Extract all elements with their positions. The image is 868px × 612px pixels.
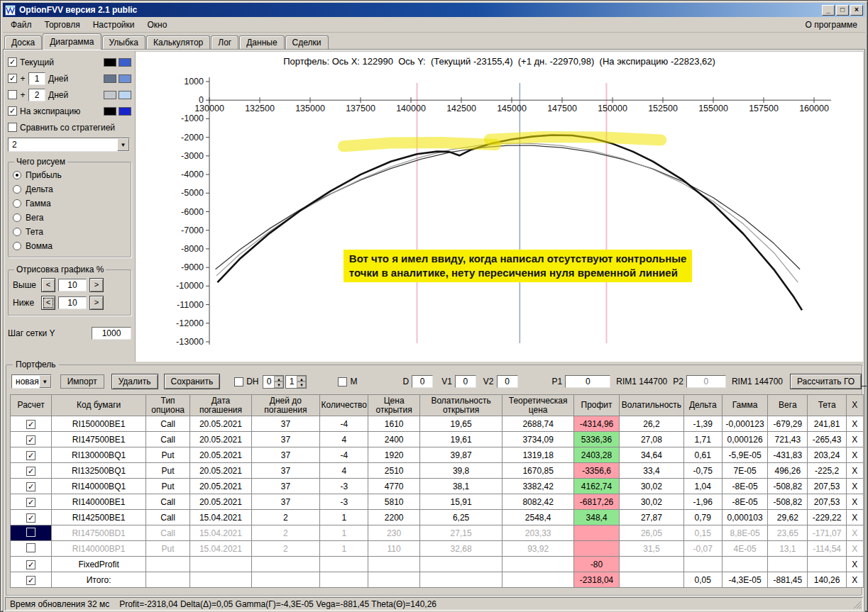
column-header-4[interactable]: Дней до погашения [251,395,319,416]
draw-option-5[interactable]: Вомма [13,239,126,253]
range-decrease-button-1[interactable]: < [41,296,55,310]
row-delete-button[interactable]: X [846,463,863,479]
menu-item-window[interactable]: Окно [141,18,174,32]
column-header-11[interactable]: Дельта [683,395,722,416]
radio-icon-3[interactable] [13,213,21,222]
column-header-9[interactable]: Профит [573,395,619,416]
row-calc-checkbox[interactable]: ✓ [26,482,35,491]
tab-log[interactable]: Лог [211,35,238,49]
color-swatch-1-1[interactable] [119,74,131,83]
resize-grip-icon[interactable] [853,601,862,609]
column-header-7[interactable]: Волатильность открытия [419,395,502,416]
column-header-2[interactable]: Тип опциона [145,395,189,416]
color-swatch-0-0[interactable] [104,58,116,67]
column-header-10[interactable]: Волатильность [620,395,683,416]
menu-item-file[interactable]: Файл [4,18,38,32]
tab-diagram[interactable]: Диаграмма [43,33,101,50]
radio-icon-0[interactable] [13,171,21,179]
row-calc-checkbox[interactable]: ✓ [26,513,35,523]
row-delete-button[interactable]: X [846,510,863,525]
v1-input[interactable] [455,375,476,388]
range-decrease-button-0[interactable]: < [41,278,55,292]
import-button[interactable]: Импорт [60,374,104,389]
draw-option-4[interactable]: Тета [13,225,126,239]
tab-deals[interactable]: Сделки [285,35,329,49]
series-checkbox-0[interactable]: ✓ [8,57,17,67]
maximize-button[interactable]: □ [836,5,849,16]
chevron-down-icon[interactable]: ▼ [39,375,51,388]
row-delete-button[interactable]: X [846,572,863,588]
spin-up-icon[interactable]: ▲ [297,376,306,382]
radio-icon-4[interactable] [13,228,21,236]
row-calc-checkbox[interactable]: ✓ [26,498,35,507]
row-delete-button[interactable]: X [846,416,863,432]
color-swatch-2-0[interactable] [104,91,116,99]
spin-down-icon[interactable]: ▼ [297,382,306,388]
draw-option-0[interactable]: Прибыль [13,168,126,182]
row-calc-checkbox[interactable]: ✓ [26,467,35,476]
series-checkbox-2[interactable] [8,90,17,99]
minimize-button[interactable]: _ [822,5,835,16]
delete-button[interactable]: Удалить [111,374,158,389]
row-delete-button[interactable]: X [846,447,863,463]
column-header-12[interactable]: Гамма [722,395,767,416]
column-header-0[interactable]: Расчет [11,395,52,416]
row-calc-checkbox[interactable] [26,528,35,537]
color-swatch-3-0[interactable] [104,107,116,116]
row-delete-button[interactable]: X [846,432,863,447]
series-checkbox-3[interactable]: ✓ [8,106,17,116]
tab-board[interactable]: Доска [4,35,42,49]
range-increase-button-1[interactable]: > [89,296,104,310]
column-header-13[interactable]: Вега [768,395,808,416]
spin-up-icon[interactable]: ▲ [274,376,283,382]
row-delete-button[interactable]: X [846,479,863,494]
row-calc-checkbox[interactable]: ✓ [26,560,35,569]
grid-step-input[interactable] [92,327,131,340]
column-header-3[interactable]: Дата погашения [190,395,251,416]
row-calc-checkbox[interactable] [26,543,35,552]
tab-data[interactable]: Данные [239,35,284,49]
row-delete-button[interactable]: X [846,525,863,541]
dh-spinner-1[interactable]: 0 ▲▼ [263,375,284,389]
v2-input[interactable] [497,375,518,388]
range-input-1[interactable] [58,296,87,309]
menu-item-settings[interactable]: Настройки [87,18,141,32]
range-input-0[interactable] [58,279,87,291]
close-button[interactable]: × [850,5,863,16]
range-increase-button-0[interactable]: > [89,278,104,292]
row-calc-checkbox[interactable]: ✓ [26,576,35,585]
menu-item-trading[interactable]: Торговля [38,18,87,32]
radio-icon-1[interactable] [13,185,21,194]
d-input[interactable] [412,375,433,388]
row-delete-button[interactable]: X [846,541,863,557]
draw-option-3[interactable]: Вега [13,211,126,225]
dh-checkbox[interactable] [234,377,243,386]
column-header-8[interactable]: Теоретическая цена [502,395,574,416]
calc-go-button[interactable]: Рассчитать ГО [790,374,862,389]
column-header-15[interactable]: X [846,395,863,416]
series-checkbox-1[interactable]: ✓ [8,74,17,83]
draw-option-2[interactable]: Гамма [13,196,126,211]
color-swatch-1-0[interactable] [104,74,116,83]
strategy-select[interactable]: 2 ▼ [8,138,130,152]
p2-input[interactable] [686,375,726,388]
days-input-1[interactable] [28,72,45,85]
column-header-1[interactable]: Код бумаги [52,395,146,416]
row-calc-checkbox[interactable]: ✓ [26,420,35,429]
row-delete-button[interactable]: X [846,557,863,572]
color-swatch-2-1[interactable] [119,91,131,99]
row-calc-checkbox[interactable]: ✓ [26,435,35,445]
p1-input[interactable] [565,375,610,388]
radio-icon-2[interactable] [13,199,21,208]
days-input-2[interactable] [28,89,45,101]
draw-option-1[interactable]: Дельта [13,182,126,196]
column-header-14[interactable]: Тета [808,395,846,416]
save-button[interactable]: Сохранить [164,374,221,389]
column-header-5[interactable]: Количество [320,395,368,416]
row-calc-checkbox[interactable]: ✓ [26,451,35,460]
color-swatch-3-1[interactable] [119,107,131,116]
dh-spinner-2[interactable]: 1 ▲▼ [285,375,307,389]
chevron-down-icon[interactable]: ▼ [117,138,129,151]
spin-down-icon[interactable]: ▼ [274,382,283,388]
radio-icon-5[interactable] [13,242,21,250]
